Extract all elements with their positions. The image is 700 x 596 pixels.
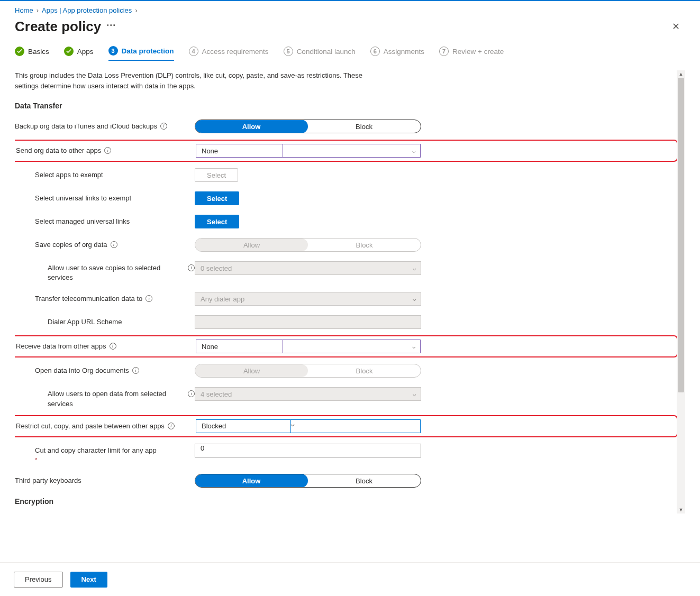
required-asterisk: * — [35, 456, 157, 464]
check-circle-icon — [64, 47, 74, 56]
scroll-up-icon[interactable]: ▲ — [679, 71, 684, 77]
chevron-down-icon: ⌵ — [412, 148, 416, 154]
check-circle-icon — [15, 47, 24, 56]
dropdown-telecom: Any dialer app⌵ — [195, 292, 421, 306]
step-number-icon: 4 — [189, 47, 198, 56]
next-button[interactable]: Next — [70, 572, 107, 588]
scroll-down-icon[interactable]: ▼ — [679, 507, 684, 512]
chevron-down-icon: ⌵ — [413, 265, 416, 272]
label-restrict-ccp: Restrict cut, copy, and paste between ot… — [16, 421, 165, 431]
section-heading-data-transfer: Data Transfer — [15, 102, 675, 110]
input-char-limit[interactable]: 0 — [195, 444, 421, 457]
info-icon[interactable]: i — [110, 343, 116, 350]
step-number-icon: 7 — [439, 47, 449, 56]
dropdown-save-services: 0 selected⌵ — [195, 261, 421, 275]
toggle-option-allow[interactable]: Allow — [195, 474, 308, 488]
step-access-requirements[interactable]: 4 Access requirements — [189, 43, 269, 61]
chevron-down-icon: ⌵ — [413, 296, 416, 302]
input-dialer-scheme — [195, 315, 421, 329]
label-open-org: Open data into Org documents — [35, 366, 129, 375]
label-save-services: Allow user to save copies to selected se… — [48, 263, 185, 282]
chevron-down-icon: ⌵ — [290, 420, 295, 428]
breadcrumb: Home › Apps | App protection policies › — [15, 6, 685, 14]
toggle-option-block[interactable]: Block — [307, 120, 421, 133]
info-icon[interactable]: i — [111, 241, 117, 248]
step-basics[interactable]: Basics — [15, 43, 49, 61]
form-body: This group includes the Data Loss Preven… — [15, 70, 685, 514]
scrollbar[interactable]: ▲ ▼ — [677, 70, 685, 514]
toggle-save-copies: Allow Block — [195, 238, 421, 252]
chevron-right-icon: › — [135, 6, 137, 14]
breadcrumb-apps[interactable]: Apps | App protection policies — [42, 6, 132, 14]
dropdown-restrict-ccp[interactable]: Blocked — [196, 419, 291, 433]
select-managed-links-button[interactable]: Select — [195, 215, 239, 228]
label-backup: Backup org data to iTunes and iCloud bac… — [15, 122, 157, 131]
toggle-option-allow[interactable]: Allow — [195, 120, 308, 133]
wizard-footer: Previous Next — [0, 562, 700, 596]
step-number-icon: 5 — [284, 47, 293, 56]
label-receive-data: Receive data from other apps — [16, 342, 106, 351]
dropdown-receive-data-ext[interactable]: ⌵ — [283, 340, 421, 353]
more-menu-icon[interactable]: ··· — [106, 20, 116, 33]
label-char-limit: Cut and copy character limit for any app — [35, 446, 157, 454]
label-telecom: Transfer telecommunication data to — [35, 294, 142, 304]
step-number-icon: 6 — [370, 47, 380, 56]
scrollbar-track[interactable] — [677, 78, 685, 506]
toggle-backup[interactable]: Allow Block — [195, 120, 421, 133]
step-assignments[interactable]: 6 Assignments — [370, 43, 424, 61]
toggle-option-block: Block — [308, 239, 421, 251]
info-icon[interactable]: i — [104, 147, 111, 154]
close-button[interactable]: ✕ — [667, 17, 685, 35]
step-data-protection[interactable]: 3 Data protection — [108, 43, 174, 61]
toggle-option-block: Block — [308, 364, 421, 377]
info-icon[interactable]: i — [160, 123, 167, 130]
step-conditional-launch[interactable]: 5 Conditional launch — [284, 43, 356, 61]
step-apps[interactable]: Apps — [64, 43, 94, 61]
page-title: Create policy ··· — [15, 19, 116, 35]
info-icon[interactable]: i — [188, 264, 195, 271]
label-exempt-links: Select universal links to exempt — [35, 194, 131, 203]
breadcrumb-home[interactable]: Home — [15, 6, 33, 14]
label-save-copies: Save copies of org data — [35, 240, 107, 250]
chevron-down-icon: ⌵ — [412, 343, 416, 350]
label-exempt-apps: Select apps to exempt — [35, 170, 103, 180]
section-description: This group includes the Data Loss Preven… — [15, 70, 385, 91]
select-exempt-apps-button: Select — [195, 168, 238, 182]
step-review-create[interactable]: 7 Review + create — [439, 43, 504, 61]
previous-button[interactable]: Previous — [14, 572, 63, 588]
step-number-icon: 3 — [108, 46, 118, 56]
label-send-org-data: Send org data to other apps — [16, 146, 101, 155]
toggle-option-block[interactable]: Block — [307, 474, 421, 487]
dropdown-open-services: 4 selected⌵ — [195, 387, 421, 401]
select-exempt-links-button[interactable]: Select — [195, 191, 239, 205]
label-managed-links: Select managed universal links — [35, 217, 130, 226]
dropdown-receive-data[interactable]: None — [196, 340, 283, 353]
dropdown-send-org-data[interactable]: None — [196, 144, 283, 158]
wizard-steps: Basics Apps 3 Data protection 4 Access r… — [15, 43, 685, 61]
label-dialer-scheme: Dialer App URL Scheme — [48, 317, 122, 327]
toggle-open-org: Allow Block — [195, 364, 421, 378]
scrollbar-thumb[interactable] — [678, 78, 684, 392]
chevron-down-icon: ⌵ — [413, 391, 416, 398]
toggle-option-allow: Allow — [195, 364, 308, 377]
info-icon[interactable]: i — [168, 423, 175, 429]
toggle-option-allow: Allow — [195, 239, 308, 251]
chevron-right-icon: › — [37, 6, 39, 14]
dropdown-send-org-data-ext[interactable]: ⌵ — [283, 144, 421, 158]
info-icon[interactable]: i — [146, 295, 152, 302]
toggle-keyboards[interactable]: Allow Block — [195, 474, 421, 488]
info-icon[interactable]: i — [188, 390, 195, 397]
label-open-services: Allow users to open data from selected s… — [48, 389, 185, 408]
section-heading-encryption: Encryption — [15, 497, 675, 506]
info-icon[interactable]: i — [132, 367, 139, 374]
dropdown-restrict-ccp-ext[interactable]: ⌵ — [290, 419, 421, 433]
label-third-party-keyboards: Third party keyboards — [15, 476, 81, 485]
